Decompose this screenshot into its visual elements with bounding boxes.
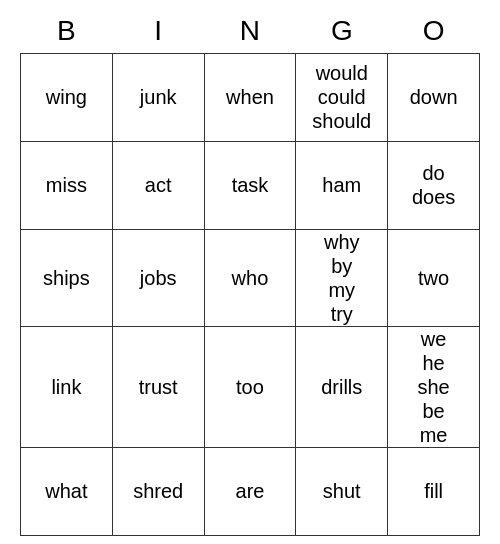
bingo-cell-r4-c1: link [21, 326, 113, 447]
bingo-row-1: wingjunkwhenwouldcouldshoulddown [21, 53, 480, 141]
bingo-cell-r5-c1: what [21, 447, 113, 535]
bingo-cell-r4-c3: too [204, 326, 296, 447]
bingo-cell-r2-c2: act [112, 141, 204, 229]
bingo-cell-r4-c5: weheshebeme [388, 326, 480, 447]
bingo-cell-r4-c4: drills [296, 326, 388, 447]
bingo-cell-r1-c3: when [204, 53, 296, 141]
bingo-row-3: shipsjobswhowhybymytrytwo [21, 229, 480, 326]
bingo-cell-r1-c2: junk [112, 53, 204, 141]
bingo-row-2: missacttaskhamdodoes [21, 141, 480, 229]
bingo-cell-r3-c3: who [204, 229, 296, 326]
bingo-header-i: I [112, 9, 204, 54]
bingo-cell-r1-c1: wing [21, 53, 113, 141]
bingo-cell-r3-c1: ships [21, 229, 113, 326]
bingo-row-4: linktrusttoodrillsweheshebeme [21, 326, 480, 447]
bingo-cell-r3-c2: jobs [112, 229, 204, 326]
bingo-cell-r3-c5: two [388, 229, 480, 326]
bingo-cell-r3-c4: whybymytry [296, 229, 388, 326]
bingo-cell-r1-c4: wouldcouldshould [296, 53, 388, 141]
bingo-cell-r2-c5: dodoes [388, 141, 480, 229]
bingo-cell-r2-c4: ham [296, 141, 388, 229]
bingo-cell-r1-c5: down [388, 53, 480, 141]
bingo-header-n: N [204, 9, 296, 54]
bingo-cell-r5-c2: shred [112, 447, 204, 535]
bingo-header-b: B [21, 9, 113, 54]
bingo-card: BINGO wingjunkwhenwouldcouldshoulddownmi… [20, 9, 480, 536]
bingo-cell-r5-c3: are [204, 447, 296, 535]
bingo-cell-r5-c5: fill [388, 447, 480, 535]
bingo-cell-r5-c4: shut [296, 447, 388, 535]
bingo-cell-r2-c1: miss [21, 141, 113, 229]
bingo-header-o: O [388, 9, 480, 54]
bingo-cell-r2-c3: task [204, 141, 296, 229]
bingo-header-g: G [296, 9, 388, 54]
bingo-cell-r4-c2: trust [112, 326, 204, 447]
bingo-row-5: whatshredareshutfill [21, 447, 480, 535]
